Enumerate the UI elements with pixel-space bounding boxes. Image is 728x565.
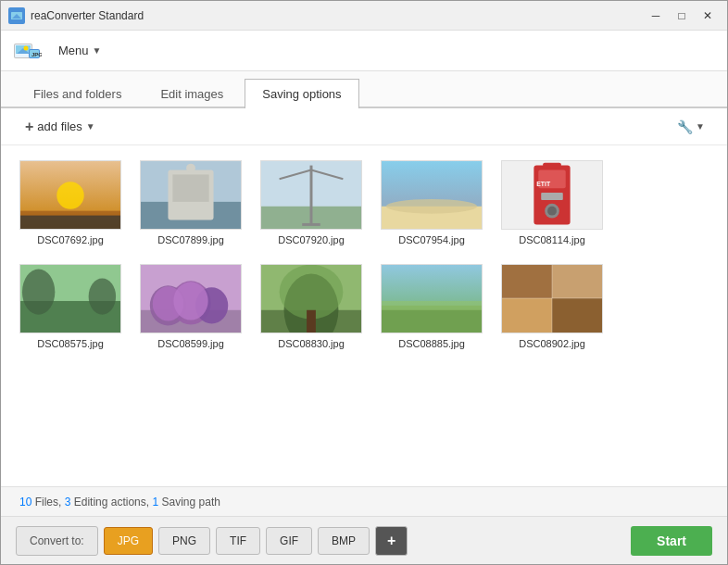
- plus-icon: +: [25, 119, 33, 135]
- file-name: DSC07920.jpg: [278, 234, 345, 245]
- app-icon: [8, 7, 25, 24]
- svg-point-48: [173, 282, 207, 320]
- svg-rect-56: [382, 301, 482, 310]
- svg-rect-32: [541, 193, 563, 200]
- tab-edit[interactable]: Edit images: [143, 79, 241, 108]
- wrench-icon: 🔧: [677, 119, 693, 134]
- thumbnail: [140, 264, 242, 333]
- files-label: Files,: [35, 496, 62, 508]
- settings-chevron-icon: ▼: [696, 121, 705, 132]
- list-item[interactable]: DSC08830.jpg: [260, 264, 362, 349]
- list-item[interactable]: DSC08885.jpg: [381, 264, 483, 349]
- svg-rect-18: [172, 174, 208, 201]
- thumbnail: [260, 264, 362, 333]
- svg-rect-53: [307, 310, 316, 333]
- thumbnail: [19, 264, 121, 333]
- thumbnail: [19, 160, 121, 230]
- svg-text:JPG: JPG: [31, 52, 42, 57]
- list-item[interactable]: DSC07899.jpg: [140, 160, 242, 245]
- window-title: reaConverter Standard: [31, 9, 644, 22]
- svg-point-12: [56, 182, 83, 208]
- list-item[interactable]: DSC08575.jpg: [19, 264, 121, 349]
- file-name: DSC08114.jpg: [519, 234, 585, 245]
- list-item[interactable]: DSC07954.jpg: [381, 160, 483, 245]
- maximize-button[interactable]: □: [670, 6, 694, 25]
- svg-rect-60: [502, 298, 552, 333]
- menu-bar: JPG Menu ▼: [1, 31, 727, 71]
- svg-point-40: [22, 270, 55, 315]
- thumbnail: [140, 160, 242, 230]
- menu-button[interactable]: Menu ▼: [51, 40, 108, 61]
- thumbnail: [501, 264, 603, 333]
- files-count: 10: [19, 496, 31, 508]
- saving-count: 1: [152, 496, 158, 508]
- title-bar: reaConverter Standard ─ □ ✕: [1, 1, 727, 31]
- svg-point-7: [24, 45, 29, 50]
- svg-point-41: [89, 278, 116, 314]
- file-name: DSC07899.jpg: [157, 234, 224, 245]
- add-files-chevron-icon: ▼: [86, 121, 95, 132]
- format-tif-button[interactable]: TIF: [216, 527, 260, 555]
- svg-point-28: [386, 199, 477, 214]
- format-gif-button[interactable]: GIF: [266, 527, 312, 555]
- thumbnail: ETIT: [501, 160, 603, 230]
- format-png-button[interactable]: PNG: [158, 527, 210, 555]
- thumbnail: [381, 160, 483, 230]
- svg-point-34: [547, 207, 557, 216]
- editing-count: 3: [65, 496, 71, 508]
- convert-to-label: Convert to:: [16, 526, 98, 556]
- close-button[interactable]: ✕: [696, 6, 720, 25]
- thumbnail: [260, 160, 362, 230]
- file-name: DSC08885.jpg: [398, 338, 465, 349]
- file-grid: DSC07692.jpg DSC07899.jpg: [1, 145, 727, 486]
- minimize-button[interactable]: ─: [644, 6, 668, 25]
- file-name: DSC08575.jpg: [37, 338, 104, 349]
- svg-rect-59: [552, 265, 602, 298]
- svg-rect-14: [20, 216, 120, 230]
- tab-files[interactable]: Files and folders: [16, 79, 139, 108]
- format-jpg-button[interactable]: JPG: [104, 527, 153, 555]
- thumbnail: [381, 264, 483, 333]
- main-window: reaConverter Standard ─ □ ✕ JPG Menu ▼: [0, 0, 728, 565]
- file-name: DSC08902.jpg: [519, 338, 585, 349]
- app-logo: JPG: [12, 36, 47, 66]
- saving-label: Saving path: [162, 496, 220, 508]
- status-bar: 10 Files, 3 Editing actions, 1 Saving pa…: [1, 486, 727, 516]
- file-name: DSC07692.jpg: [37, 234, 104, 245]
- add-files-button[interactable]: + add files ▼: [16, 114, 105, 140]
- list-item[interactable]: DSC08902.jpg: [501, 264, 603, 349]
- menu-chevron-icon: ▼: [93, 45, 102, 56]
- add-format-button[interactable]: +: [375, 526, 408, 556]
- tab-bar: Files and folders Edit images Saving opt…: [1, 71, 727, 108]
- list-item[interactable]: ETIT DSC08114.jpg: [501, 160, 603, 245]
- start-button[interactable]: Start: [631, 526, 712, 556]
- svg-rect-61: [552, 298, 602, 333]
- svg-text:ETIT: ETIT: [536, 181, 551, 187]
- svg-rect-58: [502, 265, 552, 298]
- settings-button[interactable]: 🔧 ▼: [670, 116, 712, 138]
- window-controls: ─ □ ✕: [644, 6, 720, 25]
- file-name: DSC08599.jpg: [157, 338, 224, 349]
- tab-saving[interactable]: Saving options: [245, 79, 358, 108]
- list-item[interactable]: DSC07920.jpg: [260, 160, 362, 245]
- list-item[interactable]: DSC07692.jpg: [19, 160, 121, 245]
- list-item[interactable]: DSC08599.jpg: [140, 264, 242, 349]
- format-bmp-button[interactable]: BMP: [318, 527, 370, 555]
- toolbar: + add files ▼ 🔧 ▼: [1, 108, 727, 145]
- editing-label: Editing actions,: [74, 496, 149, 508]
- file-name: DSC08830.jpg: [278, 338, 345, 349]
- svg-point-19: [186, 164, 195, 173]
- bottom-bar: Convert to: JPG PNG TIF GIF BMP + Start: [1, 516, 727, 564]
- file-name: DSC07954.jpg: [398, 234, 465, 245]
- svg-rect-35: [543, 163, 561, 169]
